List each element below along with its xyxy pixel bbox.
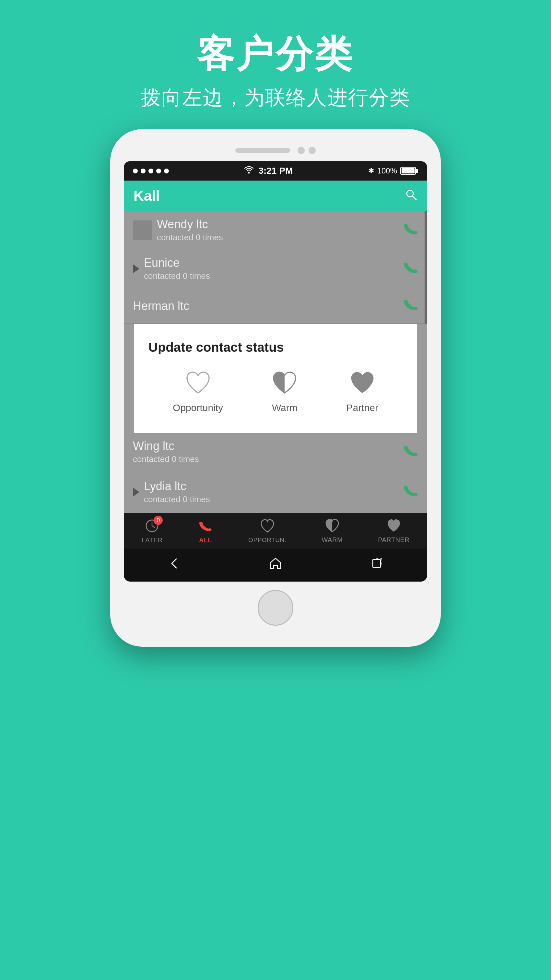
status-right: ✱ 100% — [368, 166, 418, 175]
contact-subtitle: contacted 0 times — [144, 271, 210, 281]
contact-info: Lydia ltc contacted 0 times — [144, 479, 210, 504]
scrollbar — [425, 249, 427, 288]
phone-speaker — [235, 148, 291, 153]
contact-avatar-placeholder — [133, 220, 152, 240]
app-header-bar: Kall — [124, 181, 427, 211]
scrollbar — [425, 288, 427, 323]
opportunity-heart-icon — [260, 519, 275, 535]
nav-item-later[interactable]: 0 LATER — [138, 519, 166, 544]
modal-option-label: Warm — [272, 402, 297, 413]
list-item[interactable]: Wendy ltc contacted 0 times — [124, 211, 427, 249]
nav-item-all[interactable]: ALL — [195, 519, 216, 544]
warm-heart-icon — [325, 519, 340, 534]
list-item[interactable]: Lydia ltc contacted 0 times — [124, 471, 427, 513]
bluetooth-icon: ✱ — [368, 167, 374, 175]
page-header: 客户分类 拨向左边，为联络人进行分类 — [141, 0, 410, 111]
modal-option-label: Opportunity — [173, 402, 223, 413]
status-time: 3:21 PM — [258, 165, 293, 176]
battery-percent: 100% — [377, 166, 397, 175]
svg-point-0 — [248, 172, 250, 173]
contact-arrow — [133, 488, 140, 496]
nav-item-warm[interactable]: WARM — [318, 519, 346, 544]
opportunity-label: OPPORTUN. — [248, 536, 286, 544]
modal-container: Update contact status Opportunity — [124, 324, 427, 433]
list-item[interactable]: Eunice contacted 0 times — [124, 249, 427, 288]
contact-arrow — [133, 264, 140, 273]
modal-title: Update contact status — [148, 340, 403, 355]
bottom-nav: 0 LATER ALL — [124, 513, 427, 549]
page-title: 客户分类 — [141, 29, 410, 80]
call-icon[interactable] — [404, 221, 418, 239]
wifi-icon — [244, 166, 254, 176]
status-signal-dots — [133, 169, 169, 173]
list-item[interactable]: Herman ltc — [124, 288, 427, 324]
call-icon[interactable] — [404, 297, 418, 315]
contact-info: Wing ltc contacted 0 times — [133, 439, 199, 464]
call-icon[interactable] — [404, 260, 418, 277]
contact-list-bottom: Wing ltc contacted 0 times — [124, 433, 427, 513]
contact-name: Eunice — [144, 256, 210, 270]
svg-rect-8 — [373, 560, 381, 567]
modal-option-partner[interactable]: Partner — [346, 371, 378, 413]
app-title: Kall — [133, 188, 160, 204]
later-label: LATER — [141, 536, 163, 544]
phone-screen: 3:21 PM ✱ 100% Kall — [124, 161, 427, 582]
status-bar: 3:21 PM ✱ 100% — [124, 161, 427, 181]
phone-top-decoration — [124, 147, 427, 154]
heart-filled-icon — [349, 371, 375, 396]
phone-camera-dots — [297, 147, 316, 154]
partner-label: PARTNER — [378, 536, 410, 544]
nav-item-opportunity[interactable]: OPPORTUN. — [245, 519, 289, 544]
battery-icon — [400, 167, 418, 175]
contact-info: Wendy ltc contacted 0 times — [157, 218, 223, 242]
modal-option-warm[interactable]: Warm — [272, 371, 297, 413]
phone-bottom — [124, 590, 427, 626]
home-button-android[interactable] — [268, 556, 283, 574]
list-item[interactable]: Wing ltc contacted 0 times — [124, 433, 427, 471]
later-icon: 0 — [144, 519, 159, 535]
contact-name: Herman ltc — [133, 299, 189, 313]
contact-subtitle: contacted 0 times — [133, 454, 199, 464]
home-button-physical[interactable] — [258, 590, 293, 626]
contact-subtitle: contacted 0 times — [144, 495, 210, 504]
all-label: ALL — [199, 536, 212, 544]
contact-name: Wendy ltc — [157, 218, 223, 231]
modal-option-label: Partner — [346, 402, 378, 413]
page-subtitle: 拨向左边，为联络人进行分类 — [141, 84, 410, 111]
all-phone-icon — [198, 519, 213, 535]
warm-label: WARM — [322, 536, 343, 544]
page-background: 客户分类 拨向左边，为联络人进行分类 — [0, 0, 551, 980]
contact-name: Lydia ltc — [144, 479, 210, 493]
scrollbar — [425, 211, 427, 249]
update-status-modal: Update contact status Opportunity — [134, 324, 417, 433]
later-badge: 0 — [154, 516, 163, 525]
svg-line-6 — [152, 526, 155, 527]
contact-subtitle: contacted 0 times — [157, 232, 223, 242]
heart-outline-icon — [185, 371, 211, 396]
back-button[interactable] — [167, 556, 181, 574]
heart-half-icon — [272, 371, 297, 396]
phone-frame: 3:21 PM ✱ 100% Kall — [110, 129, 441, 647]
contact-name: Wing ltc — [133, 439, 199, 453]
contact-info: Eunice contacted 0 times — [144, 256, 210, 281]
call-icon[interactable] — [404, 484, 418, 501]
nav-item-partner[interactable]: PARTNER — [375, 519, 413, 544]
search-button[interactable] — [405, 188, 418, 204]
call-icon[interactable] — [404, 443, 418, 461]
search-icon — [405, 188, 418, 201]
partner-heart-icon — [386, 519, 401, 534]
modal-options: Opportunity — [148, 371, 403, 413]
svg-line-2 — [412, 196, 416, 200]
modal-option-opportunity[interactable]: Opportunity — [173, 371, 223, 413]
contact-info: Herman ltc — [133, 299, 189, 313]
contact-list-top: Wendy ltc contacted 0 times — [124, 211, 427, 324]
recent-apps-button[interactable] — [370, 556, 384, 574]
android-nav-bar — [124, 549, 427, 582]
